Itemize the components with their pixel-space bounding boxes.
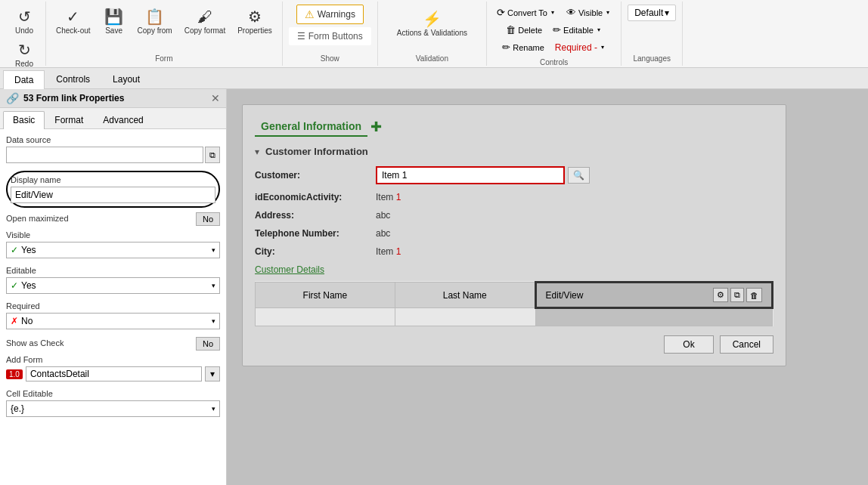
data-source-input[interactable] [6, 147, 203, 163]
warnings-button[interactable]: ⚠ Warnings [296, 5, 364, 24]
controls-row3: ✏ Rename Required - ▾ [498, 39, 609, 55]
customer-input-group: 🔍 [376, 166, 590, 184]
delete-label: Delete [518, 26, 542, 35]
editable-field-label: Editable [6, 266, 220, 275]
redo-label: Redo [15, 60, 33, 68]
customer-details-link[interactable]: Customer Details [255, 264, 773, 275]
tab-layout[interactable]: Layout [101, 70, 151, 88]
redo-button[interactable]: ↻ Redo [8, 38, 41, 71]
panel-content: Data source ⧉ Display name Edit/View Ope… [0, 129, 226, 485]
visible-group: Visible ✓ Yes ▾ [6, 230, 220, 258]
col-last-name: Last Name [395, 283, 535, 308]
panel-tabs: Basic Format Advanced [0, 108, 226, 129]
languages-group: Default ▾ Languages [622, 2, 683, 66]
form-buttons-button[interactable]: ☰ Form Buttons [289, 27, 371, 45]
required-value: No [18, 316, 212, 326]
address-row: Address: abc [255, 210, 773, 221]
customer-field-row: Customer: 🔍 [255, 166, 773, 184]
save-button[interactable]: 💾 Save [98, 5, 131, 38]
main-tabs: Data Controls Layout [0, 68, 868, 89]
cell-last-name [395, 308, 535, 326]
edit-view-trash-button[interactable]: 🗑 [746, 288, 762, 302]
tab-controls[interactable]: Controls [45, 70, 101, 88]
actions-icon: ⚡ [423, 10, 442, 28]
required-button[interactable]: Required - ▾ [551, 40, 609, 55]
form-buttons-label: Form Buttons [308, 31, 363, 42]
editable-check-icon: ✓ [11, 280, 18, 291]
city-row: City: Item 1 [255, 246, 773, 257]
data-source-btn[interactable]: ⧉ [205, 147, 220, 163]
cell-editable-group: Cell Editable {e.} ▾ [6, 389, 220, 417]
copy-from-button[interactable]: 📋 Copy from [132, 5, 178, 38]
ok-button[interactable]: Ok [664, 335, 713, 354]
cell-editable-arrow: ▾ [212, 405, 215, 412]
add-form-input[interactable]: ContactsDetail [26, 366, 202, 382]
edit-view-action-buttons: ⚙ ⧉ 🗑 [713, 288, 762, 302]
display-name-input[interactable]: Edit/View [11, 187, 215, 203]
visible-arrow: ▾ [212, 246, 215, 254]
edit-view-copy-button[interactable]: ⧉ [730, 288, 744, 302]
panel-tab-format[interactable]: Format [45, 111, 93, 128]
properties-label: Properties [237, 26, 272, 35]
telephone-value: abc [376, 228, 773, 239]
panel-close-button[interactable]: ✕ [211, 92, 220, 104]
editable-arrow: ▾ [212, 282, 215, 289]
editable-arrow[interactable]: ▾ [596, 25, 602, 35]
visible-select[interactable]: ✓ Yes ▾ [6, 242, 220, 258]
form-tab-bar: General Information ✚ [255, 117, 773, 137]
add-form-dropdown-btn[interactable]: ▾ [205, 366, 220, 382]
editable-ctrl-label: Editable [563, 26, 594, 35]
editable-group: Editable ✓ Yes ▾ [6, 266, 220, 294]
rename-button[interactable]: ✏ Rename [498, 39, 548, 55]
edit-view-header-label: Edit/View [546, 290, 584, 301]
form-buttons-row: ✓ Check-out 💾 Save 📋 Copy from 🖌 Copy fo… [51, 5, 277, 38]
open-maximized-label: Open maximized [6, 214, 69, 223]
customer-input[interactable] [376, 166, 565, 184]
copy-format-button[interactable]: 🖌 Copy format [179, 5, 231, 38]
default-language-button[interactable]: Default ▾ [628, 5, 676, 21]
convert-icon: ⟳ [497, 7, 505, 18]
form-group: ✓ Check-out 💾 Save 📋 Copy from 🖌 Copy fo… [46, 2, 283, 66]
show-group-label: Show [321, 53, 339, 63]
section-chevron-icon[interactable]: ▾ [255, 147, 259, 157]
convert-arrow[interactable]: ▾ [550, 8, 556, 17]
undo-button[interactable]: ↺ Undo [8, 5, 41, 38]
general-info-tab[interactable]: General Information [255, 117, 367, 137]
convert-to-button[interactable]: ⟳ Convert To ▾ [493, 5, 560, 20]
col-edit-view: Edit/View ⚙ ⧉ 🗑 [535, 283, 772, 308]
add-tab-button[interactable]: ✚ [370, 119, 382, 135]
actions-validations-button[interactable]: ⚡ Actions & Validations [387, 5, 477, 42]
panel-tab-basic[interactable]: Basic [3, 111, 45, 129]
controls-row2: 🗑 Delete ✏ Editable ▾ [502, 22, 606, 38]
add-form-group: Add Form 1.0 ContactsDetail ▾ [6, 355, 220, 382]
tab-data[interactable]: Data [3, 70, 45, 89]
show-as-check-no-button[interactable]: No [196, 337, 220, 351]
form-badge: 1.0 [6, 369, 23, 379]
edit-view-gear-button[interactable]: ⚙ [713, 288, 728, 302]
editable-select[interactable]: ✓ Yes ▾ [6, 277, 220, 294]
visible-arrow[interactable]: ▾ [605, 8, 611, 17]
visible-button[interactable]: 👁 Visible ▾ [563, 5, 615, 20]
cancel-button[interactable]: Cancel [720, 335, 773, 354]
editable-button[interactable]: ✏ Editable ▾ [549, 22, 606, 38]
ok-cancel-row: Ok Cancel [255, 335, 773, 354]
editable-value: Yes [18, 280, 212, 291]
customer-search-button[interactable]: 🔍 [568, 167, 590, 184]
cell-edit-view [535, 308, 772, 326]
required-field-label: Required [6, 301, 220, 310]
open-maximized-no-button[interactable]: No [196, 212, 220, 226]
actions-validations-label: Actions & Validations [397, 29, 467, 37]
save-label: Save [105, 26, 122, 35]
properties-button[interactable]: ⚙ Properties [232, 5, 277, 38]
checkout-button[interactable]: ✓ Check-out [51, 5, 96, 38]
cell-editable-select[interactable]: {e.} ▾ [6, 400, 220, 417]
economic-activity-label: idEconomicActivity: [255, 192, 376, 202]
city-value: Item 1 [376, 246, 773, 257]
panel-tab-advanced[interactable]: Advanced [93, 111, 153, 128]
delete-icon: 🗑 [506, 24, 516, 36]
required-arrow[interactable]: ▾ [600, 42, 606, 52]
delete-button[interactable]: 🗑 Delete [502, 22, 546, 38]
default-arrow[interactable]: ▾ [665, 8, 669, 18]
required-select[interactable]: ✗ No ▾ [6, 313, 220, 329]
undo-icon: ↺ [18, 8, 31, 26]
